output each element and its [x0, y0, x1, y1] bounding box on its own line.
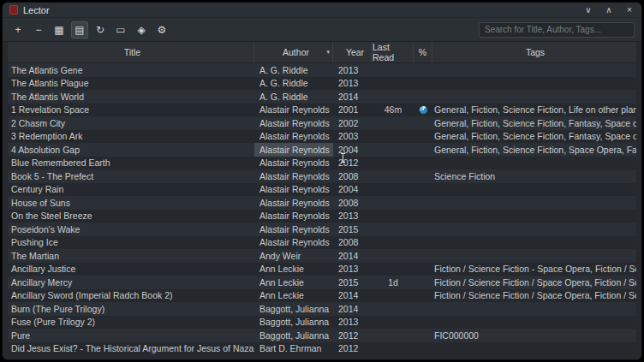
search-input[interactable]	[479, 22, 635, 38]
cell-title: Pure	[8, 329, 254, 342]
titlebar[interactable]: Lector ∨ ∧ ×	[3, 3, 641, 18]
table-row[interactable]: Century RainAlastair Reynolds2004	[8, 183, 636, 197]
column-header-author[interactable]: Author▾	[254, 42, 333, 62]
cell-percent	[414, 116, 432, 130]
cell-tags: FIC000000	[432, 329, 636, 342]
cell-title: The Atlantis World	[8, 90, 254, 104]
maximize-button[interactable]: ∧	[604, 4, 614, 16]
cell-title: The Atlantis Gene	[8, 63, 254, 77]
settings-button[interactable]: ⚙	[153, 21, 170, 39]
table-row[interactable]: Ancillary Sword (Imperial Radch Book 2)A…	[8, 289, 636, 303]
cell-last-read	[373, 130, 414, 144]
table-icon: ▤	[75, 24, 84, 36]
cell-last-read	[373, 210, 414, 223]
toolbar: +−▦▤↻▭◈⚙	[3, 18, 641, 42]
table-row[interactable]: 1 Revelation SpaceAlastair Reynolds20014…	[8, 104, 636, 117]
table-row[interactable]: 2 Chasm CityAlastair Reynolds2002General…	[8, 116, 636, 130]
table-row[interactable]: 4 Absolution GapAlastair Reynolds2004Gen…	[8, 143, 636, 157]
cell-last-read	[373, 316, 414, 329]
table-row[interactable]: The MartianAndy Weir2014	[8, 249, 636, 263]
cell-percent	[414, 157, 432, 170]
cell-tags	[432, 196, 636, 210]
table-row[interactable]: House of SunsAlastair Reynolds2008	[8, 196, 636, 210]
table-header: Title Author▾ Year Last Read % Tags	[8, 42, 636, 63]
table-row[interactable]: Blue Remembered EarthAlastair Reynolds20…	[8, 157, 636, 170]
column-header-percent[interactable]: %	[414, 42, 432, 62]
cell-percent	[414, 77, 432, 91]
table-row[interactable]: 3 Redemption ArkAlastair Reynolds2003Gen…	[8, 130, 636, 144]
table-row[interactable]: On the Steel BreezeAlastair Reynolds2013	[8, 210, 636, 223]
minimize-button[interactable]: ∨	[583, 4, 593, 16]
cell-year: 2014	[333, 90, 373, 104]
gear-icon: ⚙	[158, 24, 167, 36]
table-row[interactable]: The Atlantis WorldA. G. Riddle2014	[8, 90, 636, 104]
close-button[interactable]: ×	[624, 4, 635, 16]
column-header-last-read[interactable]: Last Read	[373, 42, 414, 62]
cell-percent	[414, 63, 432, 77]
cell-percent	[414, 263, 432, 276]
monitor-button[interactable]: ▭	[112, 21, 129, 39]
table-row[interactable]: The Atlantis PlagueA. G. Riddle2013	[8, 77, 636, 91]
remove-book-button[interactable]: −	[30, 21, 47, 39]
table-body: The Atlantis GeneA. G. Riddle2013The Atl…	[8, 63, 636, 359]
cell-author: Alastair Reynolds	[254, 210, 333, 223]
column-header-title[interactable]: Title	[8, 42, 254, 62]
table-row[interactable]: Fuse (Pure Trilogy 2)Baggott, Julianna20…	[8, 316, 636, 329]
table-row[interactable]: PureBaggott, Julianna2012FIC000000	[8, 329, 636, 342]
table-row[interactable]: Did Jesus Exist? - The Historical Argume…	[8, 342, 636, 356]
cell-author: A. G. Riddle	[254, 77, 333, 91]
column-header-year[interactable]: Year	[333, 42, 373, 62]
cell-author: Alastair Reynolds	[254, 223, 333, 236]
cell-title: Century Rain	[8, 183, 254, 197]
table-row[interactable]: Ancillary JusticeAnn Leckie2013Fiction /…	[8, 263, 636, 276]
cell-percent	[414, 249, 432, 263]
cell-author: Baggott, Julianna	[254, 316, 333, 329]
table-row[interactable]: Book 5 - The PrefectAlastair Reynolds200…	[8, 169, 636, 183]
library-table: Title Author▾ Year Last Read % Tags The …	[3, 42, 641, 359]
cell-title: Poseidon's Wake	[8, 223, 254, 236]
cell-author: Alastair Reynolds	[254, 130, 333, 144]
column-header-author-label: Author	[283, 47, 309, 57]
cell-title: 1 Revelation Space	[8, 104, 254, 117]
cell-percent	[414, 223, 432, 236]
cell-last-read	[373, 157, 414, 170]
cell-last-read	[373, 196, 414, 210]
sort-indicator-icon[interactable]: ▾	[326, 49, 330, 56]
cell-percent	[414, 289, 432, 303]
cell-title: Blue Remembered Earth	[8, 157, 254, 170]
table-view-button[interactable]: ▤	[71, 21, 88, 39]
cell-year: 2012	[333, 157, 373, 170]
table-row[interactable]: Poseidon's WakeAlastair Reynolds2015	[8, 223, 636, 236]
cell-tags	[432, 316, 636, 329]
table-row[interactable]: Pushing IceAlastair Reynolds2008	[8, 236, 636, 250]
app-icon	[9, 5, 18, 15]
column-header-tags[interactable]: Tags	[432, 42, 636, 62]
table-row[interactable]: The Atlantis GeneA. G. Riddle2013	[8, 63, 636, 77]
table-row[interactable]: Ancillary MercyAnn Leckie20151dFiction /…	[8, 276, 636, 289]
cell-percent	[414, 104, 432, 117]
cell-year: 2013	[333, 210, 373, 223]
cell-year: 2013	[333, 263, 373, 276]
cell-last-read	[373, 236, 414, 250]
column-header-percent-label: %	[419, 47, 426, 57]
cell-year: 2012	[333, 329, 373, 342]
reload-library-button[interactable]: ↻	[92, 21, 109, 39]
add-book-button[interactable]: +	[9, 21, 27, 39]
cell-tags	[432, 90, 636, 104]
cell-tags	[432, 157, 636, 170]
cell-title: On the Steel Breeze	[8, 210, 254, 223]
cell-tags	[432, 223, 636, 236]
cell-author: Alastair Reynolds	[254, 183, 333, 197]
cover-view-button[interactable]: ▦	[51, 21, 68, 39]
cell-tags: Fiction / Science Fiction / Space Opera,…	[432, 289, 636, 303]
cell-year: 2008	[333, 169, 373, 183]
cell-title: 3 Redemption Ark	[8, 130, 254, 144]
table-row[interactable]: Burn (The Pure Trilogy)Baggott, Julianna…	[8, 302, 636, 316]
cell-last-read	[373, 249, 414, 263]
cell-year: 2001	[333, 104, 373, 117]
cell-percent	[414, 302, 432, 316]
refresh-icon: ↻	[96, 24, 104, 36]
flame-button[interactable]: ◈	[133, 21, 150, 39]
cell-percent	[414, 316, 432, 329]
cell-year: 2004	[333, 143, 373, 157]
